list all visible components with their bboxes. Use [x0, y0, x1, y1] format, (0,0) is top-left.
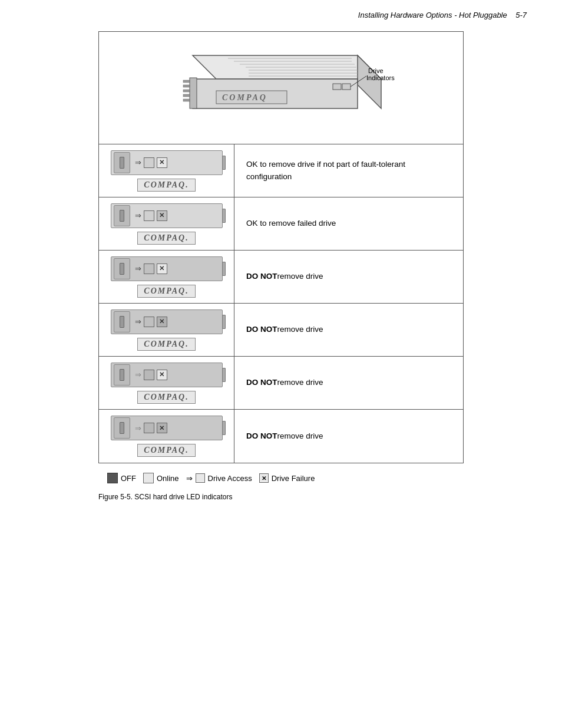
- drive-cell-2: ⇒ ✕ COMPAQ.: [99, 197, 234, 250]
- indicators-group: ⇒ ✕: [135, 370, 167, 380]
- description-text-4: remove drive: [277, 324, 323, 335]
- indicators-group: ⇒ ✕: [135, 317, 167, 327]
- indicators-group: ⇒ ✕: [135, 423, 167, 433]
- drive-tab: [222, 262, 226, 276]
- svg-rect-16: [333, 84, 341, 90]
- led-online: [144, 423, 154, 433]
- failure-indicator: ✕: [259, 473, 269, 483]
- drive-illustration: COMPAQ Drive Indicators: [157, 44, 405, 132]
- arrow-icon: ⇒: [135, 317, 141, 326]
- drive-cell-3: ⇒ ✕ COMPAQ.: [99, 251, 234, 303]
- drive-tab: [222, 421, 226, 435]
- description-cell-1: OK to remove drive if not part of fault-…: [234, 144, 463, 197]
- svg-rect-6: [183, 90, 190, 92]
- svg-rect-3: [190, 78, 197, 108]
- indicator-rows: ⇒ ✕ COMPAQ. OK to remove drive if not pa…: [99, 144, 463, 463]
- svg-text:COMPAQ: COMPAQ: [222, 93, 267, 102]
- compaq-label: COMPAQ.: [137, 285, 195, 298]
- legend-online: Online: [143, 473, 179, 483]
- header-title: Installing Hardware Options - Hot Plugga…: [358, 11, 507, 19]
- svg-rect-8: [183, 99, 190, 101]
- table-row: ⇒ ✕ COMPAQ. DO NOT remove drive: [99, 251, 463, 304]
- led-online: [144, 263, 154, 274]
- handle-bar: [120, 316, 124, 328]
- drive-panel: ⇒ ✕: [111, 416, 223, 440]
- compaq-label: COMPAQ.: [137, 232, 195, 245]
- x-mark: ✕: [159, 424, 164, 432]
- led-failure: ✕: [157, 423, 167, 433]
- description-cell-2: OK to remove failed drive: [234, 197, 463, 250]
- description-text-5: remove drive: [277, 377, 323, 388]
- description-cell-3: DO NOT remove drive: [234, 251, 463, 303]
- svg-marker-1: [358, 55, 381, 108]
- svg-text:Indicators: Indicators: [366, 74, 395, 81]
- drive-handle: [114, 205, 130, 226]
- led-failure: ✕: [157, 317, 167, 327]
- svg-rect-17: [342, 84, 351, 90]
- led-online: [144, 210, 154, 221]
- caption-text: Figure 5-5. SCSI hard drive LED indicato…: [98, 493, 232, 501]
- indicators-group: ⇒ ✕: [135, 157, 167, 168]
- drive-tab: [222, 209, 226, 223]
- description-cell-6: DO NOT remove drive: [234, 410, 463, 463]
- do-not-bold: DO NOT: [246, 271, 277, 282]
- off-label: OFF: [121, 474, 136, 483]
- header-page: 5-7: [515, 11, 527, 19]
- do-not-bold: DO NOT: [246, 324, 277, 335]
- x-mark: ✕: [159, 265, 164, 272]
- drive-panel: ⇒ ✕: [111, 309, 223, 334]
- access-arrow-icon: ⇒: [186, 474, 193, 483]
- drive-panel: ⇒ ✕: [111, 256, 223, 281]
- led-failure: ✕: [157, 263, 167, 274]
- drive-failure-label: Drive Failure: [272, 474, 315, 483]
- description-text-3: remove drive: [277, 271, 323, 282]
- arrow-icon: ⇒: [135, 211, 141, 220]
- drive-tab: [222, 156, 226, 170]
- arrow-icon: ⇒: [135, 424, 141, 433]
- led-failure: ✕: [157, 210, 167, 221]
- access-indicator: [196, 473, 205, 483]
- drive-panel: ⇒ ✕: [111, 363, 223, 387]
- figure-caption: Figure 5-5. SCSI hard drive LED indicato…: [98, 489, 464, 505]
- online-label: Online: [157, 474, 179, 483]
- handle-bar: [120, 263, 124, 275]
- compaq-label: COMPAQ.: [137, 444, 195, 457]
- drive-tab: [222, 315, 226, 329]
- handle-bar: [120, 422, 124, 434]
- arrow-icon: ⇒: [135, 370, 141, 379]
- svg-text:Drive: Drive: [368, 67, 384, 74]
- led-failure: ✕: [157, 157, 167, 168]
- table-row: ⇒ ✕ COMPAQ. DO NOT remove drive: [99, 304, 463, 357]
- page-header: Installing Hardware Options - Hot Plugga…: [0, 0, 562, 25]
- do-not-bold: DO NOT: [246, 377, 277, 388]
- drive-handle: [114, 417, 130, 439]
- description-text-1: OK to remove drive if not part of fault-…: [246, 159, 451, 183]
- led-online: [144, 370, 154, 380]
- drive-tab: [222, 368, 226, 382]
- figure-box: COMPAQ Drive Indicators: [98, 31, 464, 463]
- x-icon: ✕: [262, 475, 266, 482]
- svg-rect-7: [183, 94, 190, 97]
- drive-cell-4: ⇒ ✕ COMPAQ.: [99, 304, 234, 356]
- handle-bar: [120, 369, 124, 381]
- drive-handle: [114, 364, 130, 386]
- drive-svg-container: COMPAQ Drive Indicators: [117, 44, 445, 132]
- drive-cell-6: ⇒ ✕ COMPAQ.: [99, 410, 234, 463]
- table-row: ⇒ ✕ COMPAQ. DO NOT remove drive: [99, 357, 463, 410]
- svg-rect-4: [183, 80, 190, 83]
- legend-drive-failure: ✕ Drive Failure: [259, 473, 315, 483]
- legend-section: OFF Online ⇒ Drive Access ✕ Drive Failur…: [98, 467, 464, 489]
- indicators-group: ⇒ ✕: [135, 210, 167, 221]
- online-indicator: [143, 473, 154, 483]
- led-failure: ✕: [157, 370, 167, 380]
- description-cell-5: DO NOT remove drive: [234, 357, 463, 409]
- handle-bar: [120, 157, 124, 169]
- x-mark: ✕: [159, 318, 164, 325]
- arrow-icon: ⇒: [135, 264, 141, 273]
- drive-handle: [114, 258, 130, 279]
- description-text-6: remove drive: [277, 430, 323, 442]
- compaq-label: COMPAQ.: [137, 391, 195, 404]
- arrow-icon: ⇒: [135, 158, 141, 167]
- compaq-label: COMPAQ.: [137, 179, 195, 192]
- x-mark: ✕: [159, 159, 164, 166]
